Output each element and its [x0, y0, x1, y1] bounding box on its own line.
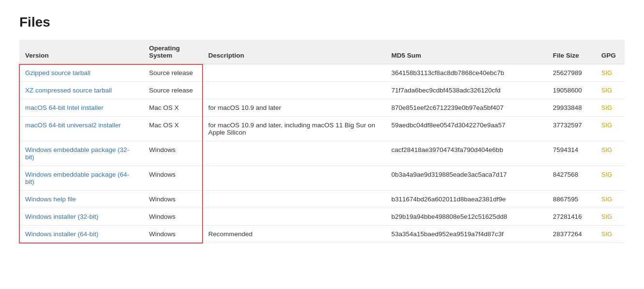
file-size: 25627989 — [547, 64, 596, 82]
file-gpg-sig-link[interactable]: SIG — [601, 87, 612, 94]
table-row: Windows help fileWindowsb311674bd26a6020… — [19, 191, 625, 208]
file-md5: cacf28418ae39704743fa790d404e6bb — [385, 141, 547, 166]
files-table: Version OperatingSystem Description MD5 … — [19, 40, 625, 243]
file-md5: 53a354a15baed952ea9519a7f4d87c3f — [385, 226, 547, 243]
table-body: Gzipped source tarballSource release3641… — [19, 64, 625, 243]
file-gpg-sig-link[interactable]: SIG — [601, 122, 612, 129]
file-description — [203, 166, 386, 191]
table-row: Windows installer (64-bit)WindowsRecomme… — [19, 226, 625, 243]
table-header: Version OperatingSystem Description MD5 … — [19, 40, 625, 64]
file-version-link[interactable]: Windows help file — [25, 196, 76, 203]
file-version-link[interactable]: Windows installer (32-bit) — [25, 213, 99, 220]
file-gpg-sig-link[interactable]: SIG — [601, 196, 612, 203]
file-gpg-sig-link[interactable]: SIG — [601, 146, 612, 153]
table-row: Gzipped source tarballSource release3641… — [19, 64, 625, 82]
page-title: Files — [19, 15, 625, 30]
file-os: Source release — [143, 64, 203, 82]
file-size: 27281416 — [547, 208, 596, 226]
file-description — [203, 208, 386, 226]
file-description — [203, 191, 386, 208]
file-description: Recommended — [203, 226, 386, 243]
file-md5: b311674bd26a602011d8baea2381df9e — [385, 191, 547, 208]
file-version-link[interactable]: Windows installer (64-bit) — [25, 230, 99, 238]
table-row: Windows embeddable package (64-bit)Windo… — [19, 166, 625, 191]
file-size: 8427568 — [547, 166, 596, 191]
file-gpg-sig-link[interactable]: SIG — [601, 171, 612, 178]
file-md5: 870e851eef2c6712239e0b97ea5bf407 — [385, 99, 547, 117]
file-os: Source release — [143, 82, 203, 99]
file-size: 8867595 — [547, 191, 596, 208]
file-size: 7594314 — [547, 141, 596, 166]
table-row: XZ compressed source tarballSource relea… — [19, 82, 625, 99]
file-os: Windows — [143, 226, 203, 243]
col-header-gpg: GPG — [596, 40, 625, 64]
col-header-filesize: File Size — [547, 40, 596, 64]
file-description — [203, 82, 386, 99]
file-gpg-sig-link[interactable]: SIG — [601, 230, 612, 238]
file-description — [203, 64, 386, 82]
col-header-description: Description — [203, 40, 386, 64]
file-size: 19058600 — [547, 82, 596, 99]
file-version-link[interactable]: macOS 64-bit universal2 installer — [25, 122, 121, 129]
file-md5: b29b19a94bbe498808e5e12c51625dd8 — [385, 208, 547, 226]
file-md5: 71f7ada6bec9cdbf4538adc326120cfd — [385, 82, 547, 99]
file-os: Mac OS X — [143, 99, 203, 117]
file-version-link[interactable]: XZ compressed source tarball — [25, 87, 112, 94]
file-os: Windows — [143, 191, 203, 208]
file-os: Mac OS X — [143, 117, 203, 141]
file-gpg-sig-link[interactable]: SIG — [601, 69, 612, 76]
table-row: macOS 64-bit universal2 installerMac OS … — [19, 117, 625, 141]
file-size: 29933848 — [547, 99, 596, 117]
file-description: for macOS 10.9 and later, including macO… — [203, 117, 386, 141]
file-version-link[interactable]: Windows embeddable package (64-bit) — [25, 171, 129, 185]
table-row: Windows embeddable package (32-bit)Windo… — [19, 141, 625, 166]
file-version-link[interactable]: Windows embeddable package (32-bit) — [25, 146, 129, 161]
file-gpg-sig-link[interactable]: SIG — [601, 213, 612, 220]
file-os: Windows — [143, 208, 203, 226]
file-description — [203, 141, 386, 166]
file-version-link[interactable]: macOS 64-bit Intel installer — [25, 104, 103, 111]
file-md5: 364158b3113cf8ac8db7868ce40ebc7b — [385, 64, 547, 82]
file-size: 37732597 — [547, 117, 596, 141]
file-gpg-sig-link[interactable]: SIG — [601, 104, 612, 111]
col-header-version: Version — [19, 40, 143, 64]
col-header-os: OperatingSystem — [143, 40, 203, 64]
file-size: 28377264 — [547, 226, 596, 243]
file-md5: 0b3a4a9ae9d319885eade3ac5aca7d17 — [385, 166, 547, 191]
file-os: Windows — [143, 141, 203, 166]
file-version-link[interactable]: Gzipped source tarball — [25, 69, 90, 76]
table-row: macOS 64-bit Intel installerMac OS Xfor … — [19, 99, 625, 117]
table-row: Windows installer (32-bit)Windowsb29b19a… — [19, 208, 625, 226]
file-description: for macOS 10.9 and later — [203, 99, 386, 117]
files-table-container: Version OperatingSystem Description MD5 … — [19, 40, 625, 243]
file-os: Windows — [143, 166, 203, 191]
file-md5: 59aedbc04df8ee0547d3042270e9aa57 — [385, 117, 547, 141]
col-header-md5: MD5 Sum — [385, 40, 547, 64]
